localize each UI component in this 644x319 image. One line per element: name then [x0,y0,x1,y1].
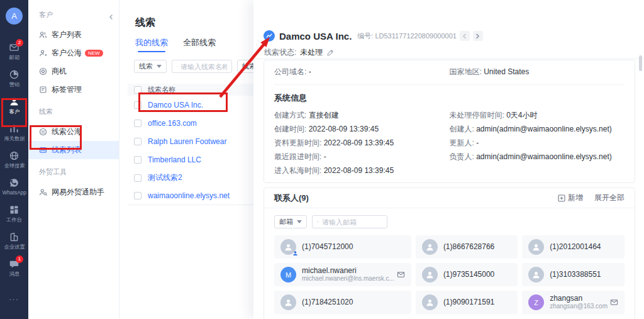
contact-card[interactable]: (1)3103388551 [522,263,625,286]
sidebar-collapse-icon[interactable] [108,14,114,20]
customers-icon [9,96,19,107]
chevron-right-icon [475,33,480,39]
rail-item-label: 工作台 [6,216,22,222]
sidebar-item-lead-pool[interactable]: 线索公海 [28,123,119,141]
rail-item-workbench[interactable]: 工作台 [0,201,28,227]
sidebar-item-customer-list[interactable]: 客户列表 [28,26,119,44]
sidebar-item-lead-list[interactable]: 线索列表 [28,141,119,159]
field-dropdown-value: 线索 [139,62,153,71]
rail-item-enterprise-settings[interactable]: 企业设置 [0,228,28,254]
tag-management-icon [39,86,47,94]
contact-phone: (1)9735145000 [443,271,511,279]
row-checkbox[interactable] [134,192,142,199]
contact-card[interactable]: (1)7184251020 [274,291,411,314]
select-all-checkbox[interactable] [134,86,142,94]
sidebar-section-title: 客户 [28,10,119,26]
sidebar-item-opportunities[interactable]: 商机 [28,62,119,81]
field-label: 创建方式: [274,111,306,120]
row-checkbox[interactable] [134,174,142,182]
lead-link[interactable]: Damco USA Inc. [148,101,203,109]
avatar[interactable]: A [6,8,23,25]
rail-item-marketing[interactable]: 营销 [0,65,28,91]
row-checkbox[interactable] [134,156,142,164]
contact-card[interactable]: Z zhangsan zhangsan@163.com [522,291,625,314]
lead-link[interactable]: 测试线索2 [148,172,182,183]
lead-link[interactable]: office.163.com [148,119,197,128]
field-unprocessed-duration: 未处理停留时间: 0天4小时 [450,108,625,122]
sidebar-item-label: 客户列表 [52,30,82,40]
new-badge: NEW [85,50,103,57]
contact-avatar [280,239,296,255]
rail-item-customs-data[interactable]: 海关数据 [0,120,28,145]
add-contact-button[interactable]: 新增 [558,193,583,203]
lead-link[interactable]: Ralph Lauren Footwear [148,137,226,146]
contact-avatar: Z [528,294,544,310]
field-label: 未处理停留时间: [450,111,504,120]
sidebar-section-title: 线索 [28,107,119,123]
field-value: - [476,138,479,147]
sidebar-item-tag-management[interactable]: 标签管理 [28,81,119,99]
tab-my-leads[interactable]: 我的线索 [135,37,168,52]
lead-pool-icon [39,128,47,136]
edit-status-icon[interactable] [327,49,334,56]
app-window: A 邮箱 2 营销 客户 海关数据 全球搜索 WhatsApp [0,0,644,319]
row-checkbox[interactable] [134,120,142,127]
field-owner: 负责人: admin(admin@waimaoonline.elysys.net… [450,150,625,164]
contact-field-dropdown[interactable]: 邮箱 [274,215,307,228]
prev-lead-button[interactable] [460,31,470,41]
contact-search-input[interactable] [322,218,382,226]
contact-avatar [422,239,438,255]
next-lead-button[interactable] [473,31,483,41]
row-checkbox[interactable] [134,138,142,145]
contact-search-box[interactable] [312,215,387,228]
rail-more-button[interactable]: ... [9,293,19,302]
contact-card[interactable]: (1)9735145000 [416,263,518,286]
field-value: 2022-08-09 13:39:45 [309,125,379,133]
sidebar-item-customer-pool[interactable]: 客户公海 NEW [28,44,119,62]
contact-card[interactable]: (1)8667628766 [416,235,518,259]
contact-field-dropdown-value: 邮箱 [279,217,293,227]
tab-all-leads[interactable]: 全部线索 [183,37,216,52]
rail-item-label: WhatsApp [2,189,26,195]
rail-item-messages[interactable]: 消息 1 [0,255,28,281]
rail-item-customers[interactable]: 客户 [0,92,28,118]
contact-card[interactable]: (1)9090171591 [416,291,518,314]
field-dropdown[interactable]: 线索 [134,60,167,73]
mail-icon[interactable] [397,271,405,279]
lead-link[interactable]: Timberland LLC [148,155,201,164]
rail-item-whatsapp[interactable]: WhatsApp [0,174,28,199]
rail-item-global-search[interactable]: 全球搜索 [0,147,28,172]
row-checkbox[interactable] [134,101,142,109]
contact-card[interactable]: (1)2012001464 [522,235,625,259]
sidebar-item-label: 线索公海 [52,126,82,137]
search-input[interactable] [180,63,227,70]
messages-badge: 1 [16,255,23,263]
field-label: 负责人: [450,152,474,161]
contact-avatar [280,294,296,310]
lead-link[interactable]: waimaoonline.elysys.net [148,191,230,200]
contact-card[interactable]: (1)7045712000 [274,235,411,259]
field-value: - [309,67,311,76]
detail-body: 公司域名: - 国家地区: United States 系统信息 创建方式: 直… [264,59,635,319]
lead-list-icon [39,146,47,154]
basic-info-card: 公司域名: - 国家地区: United States 系统信息 创建方式: 直… [264,60,635,183]
mail-icon[interactable] [610,298,618,306]
whatsapp-icon [9,177,19,188]
contact-phone: (1)3103388551 [550,271,618,279]
expand-all-button[interactable]: 展开全部 [594,193,625,203]
field-label: 最近跟进时间: [274,152,321,161]
field-label: 创建时间: [274,125,306,133]
field-updater: 更新人: - [450,136,625,150]
field-label: 进入私海时间: [274,166,321,175]
contact-card[interactable]: M michael.nwaneri michael.nwaneri@lns.ma… [274,263,411,286]
sidebar-section-title: 外贸工具 [28,167,119,183]
lead-search-box[interactable] [172,60,232,73]
field-label: 资料更新时间: [274,138,321,147]
rail-item-label: 营销 [9,81,19,87]
drawer-scrollbar[interactable] [639,55,642,71]
contacts-title: 联系人(9) [274,193,547,204]
add-contact-label: 新增 [568,193,583,203]
sidebar-item-waimao-assistant[interactable]: 网易外贸通助手 [28,183,119,201]
column-header-lead-name: 线索名称 [148,85,175,94]
rail-item-mail[interactable]: 邮箱 2 [0,38,28,64]
